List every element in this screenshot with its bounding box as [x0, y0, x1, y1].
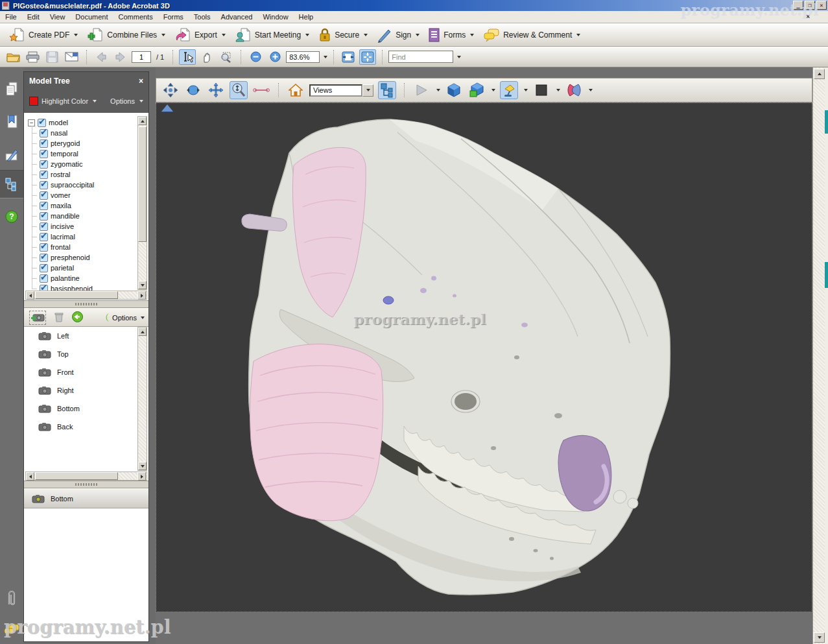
- tree-item[interactable]: ✔nasal: [38, 128, 139, 138]
- scroll-right-button[interactable]: [137, 472, 146, 481]
- panel-close-icon[interactable]: ×: [139, 77, 143, 86]
- menu-file[interactable]: File: [0, 12, 22, 22]
- toggle-model-tree-button[interactable]: [378, 81, 396, 99]
- pages-panel-button[interactable]: [0, 75, 23, 104]
- scroll-up-button[interactable]: [138, 117, 147, 125]
- tree-root-label[interactable]: model: [49, 119, 68, 126]
- delete-view-button[interactable]: [54, 312, 64, 324]
- tree-item-label[interactable]: supraoccipital: [51, 181, 94, 189]
- pig-skull-3d-model[interactable]: [156, 103, 812, 612]
- previous-view-button[interactable]: [93, 49, 110, 65]
- tree-checkbox[interactable]: ✔: [40, 160, 48, 169]
- panel-splitter[interactable]: [24, 481, 148, 488]
- email-button[interactable]: [64, 49, 80, 65]
- scroll-down-button[interactable]: [814, 632, 825, 643]
- selected-view-row[interactable]: Bottom: [24, 489, 148, 508]
- model-render-mode-button[interactable]: [467, 81, 486, 99]
- comments-panel-button[interactable]: [0, 616, 23, 644]
- create-pdf-button[interactable]: Create PDF: [4, 25, 82, 45]
- menu-document[interactable]: Document: [70, 12, 113, 22]
- tree-item[interactable]: ✔supraoccipital: [38, 180, 139, 190]
- measure-tool-button[interactable]: [252, 81, 270, 99]
- tree-item[interactable]: ✔palantine: [38, 273, 139, 283]
- forms-button[interactable]: Forms: [424, 25, 479, 45]
- scroll-up-button[interactable]: [138, 328, 147, 336]
- open-button[interactable]: [5, 49, 22, 65]
- minimize-button[interactable]: _: [793, 1, 803, 10]
- scroll-right-button[interactable]: [137, 291, 146, 300]
- tree-item-label[interactable]: parietal: [51, 264, 74, 272]
- menu-edit[interactable]: Edit: [22, 12, 45, 22]
- play-dropdown-icon[interactable]: [436, 89, 440, 91]
- spin-tool-button[interactable]: [184, 81, 202, 99]
- scrollbar-thumb[interactable]: [35, 291, 118, 299]
- tree-item[interactable]: ✔rostral: [38, 169, 139, 180]
- highlight-color-label[interactable]: Highlight Color: [41, 97, 88, 105]
- view-item-label[interactable]: Front: [57, 368, 74, 376]
- highlight-color-swatch[interactable]: [29, 97, 38, 106]
- go-to-view-button[interactable]: [72, 311, 83, 324]
- scrollbar-thumb[interactable]: [35, 472, 118, 480]
- tree-item-label[interactable]: nasal: [51, 129, 67, 137]
- hand-tool-button[interactable]: [198, 49, 215, 65]
- tree-item-label[interactable]: pterygoid: [51, 139, 80, 147]
- lighting-dropdown-icon[interactable]: [524, 89, 528, 91]
- tree-checkbox[interactable]: ✔: [40, 129, 48, 137]
- tree-checkbox[interactable]: ✔: [40, 150, 48, 158]
- tree-checkbox[interactable]: ✔: [40, 171, 48, 179]
- zoom-dropdown-arrow-icon[interactable]: [324, 56, 327, 58]
- scrollbar-thumb[interactable]: [138, 126, 147, 242]
- views-horizontal-scrollbar[interactable]: [25, 471, 147, 481]
- views-options-button[interactable]: Options: [105, 313, 145, 322]
- document-vertical-scrollbar[interactable]: [812, 67, 825, 644]
- highlight-color-dropdown-icon[interactable]: [93, 100, 97, 102]
- zoom-out-button[interactable]: [247, 49, 264, 65]
- default-view-button[interactable]: [287, 81, 305, 99]
- view-item-label[interactable]: Back: [57, 423, 73, 431]
- tree-item-label[interactable]: rostral: [51, 171, 71, 178]
- signatures-panel-button[interactable]: [0, 140, 23, 169]
- export-button[interactable]: Export: [170, 25, 230, 45]
- view-item[interactable]: Left: [24, 327, 139, 345]
- view-item-label[interactable]: Right: [57, 387, 74, 394]
- tree-item-label[interactable]: palantine: [51, 274, 80, 282]
- views-dropdown[interactable]: Views: [309, 84, 373, 97]
- secure-button[interactable]: Secure: [314, 25, 372, 45]
- menu-tools[interactable]: Tools: [189, 12, 216, 22]
- tree-item-label[interactable]: vomer: [51, 191, 71, 199]
- cross-section-button[interactable]: [565, 81, 583, 99]
- lighting-button[interactable]: [500, 81, 518, 99]
- tree-checkbox[interactable]: ✔: [40, 191, 48, 200]
- tree-checkbox[interactable]: ✔: [40, 233, 48, 241]
- menu-help[interactable]: Help: [294, 12, 319, 22]
- tree-item[interactable]: ✔frontal: [38, 242, 139, 252]
- tree-checkbox[interactable]: ✔: [38, 119, 46, 127]
- tree-item[interactable]: ✔incisive: [38, 221, 139, 232]
- marquee-zoom-button[interactable]: [218, 49, 235, 65]
- tree-checkbox[interactable]: ✔: [40, 243, 48, 252]
- tree-checkbox[interactable]: ✔: [40, 222, 48, 231]
- views-dropdown-value[interactable]: Views: [309, 84, 362, 97]
- tree-checkbox[interactable]: ✔: [40, 139, 48, 148]
- view-item-label[interactable]: Left: [57, 332, 69, 340]
- scroll-left-button[interactable]: [26, 291, 34, 300]
- views-options-label[interactable]: Options: [112, 314, 137, 322]
- print-button[interactable]: [25, 49, 41, 65]
- tree-item[interactable]: ✔presphenoid: [38, 252, 139, 263]
- next-view-button[interactable]: [112, 49, 129, 65]
- options-dropdown-icon[interactable]: [139, 100, 143, 102]
- restore-button[interactable]: ❐: [805, 1, 815, 10]
- tree-checkbox[interactable]: ✔: [40, 181, 48, 189]
- tree-item-label[interactable]: presphenoid: [51, 254, 90, 261]
- tree-vertical-scrollbar[interactable]: [137, 116, 147, 290]
- tree-item[interactable]: ✔temporal: [38, 149, 139, 159]
- scroll-up-button[interactable]: [814, 69, 825, 79]
- scroll-left-button[interactable]: [26, 472, 34, 481]
- view-item[interactable]: Back: [24, 418, 139, 436]
- tree-item-label[interactable]: temporal: [51, 150, 78, 158]
- view-item[interactable]: Front: [24, 363, 139, 381]
- fit-page-button[interactable]: [359, 49, 376, 65]
- menu-advanced[interactable]: Advanced: [216, 12, 258, 22]
- tree-item[interactable]: ✔parietal: [38, 263, 139, 273]
- page-number-input[interactable]: [132, 51, 151, 63]
